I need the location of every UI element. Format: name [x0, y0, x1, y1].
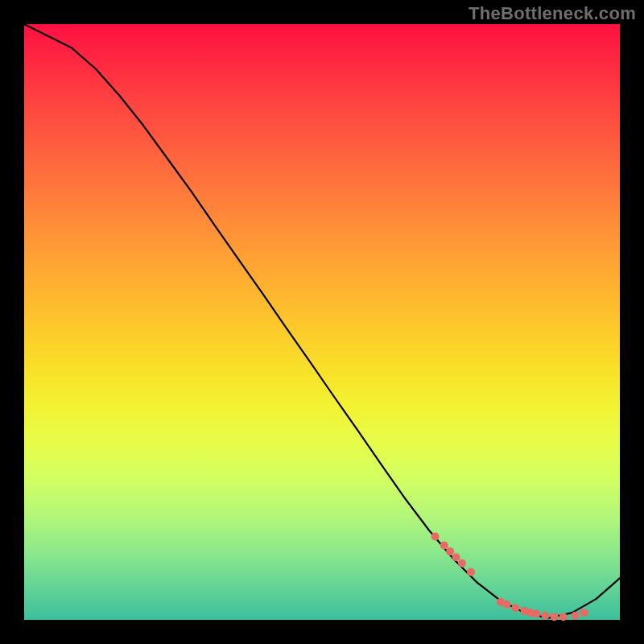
scatter-point: [580, 609, 588, 617]
scatter-point: [542, 612, 550, 620]
scatter-point: [452, 553, 460, 561]
scatter-point: [572, 612, 580, 620]
scatter-point: [512, 604, 520, 612]
chart-stage: TheBottleneck.com: [0, 0, 644, 644]
scatter-point: [458, 559, 466, 568]
watermark-text: TheBottleneck.com: [469, 3, 636, 24]
scatter-point: [551, 613, 559, 621]
scatter-point: [446, 547, 454, 555]
scatter-point: [559, 613, 568, 621]
scatter-group: [431, 532, 588, 621]
bottleneck-curve: [24, 24, 620, 618]
chart-overlay-svg: [24, 24, 620, 620]
scatter-point: [502, 601, 510, 609]
scatter-point: [440, 542, 448, 550]
scatter-point: [532, 610, 540, 618]
scatter-point: [467, 568, 475, 576]
scatter-point: [431, 532, 440, 540]
